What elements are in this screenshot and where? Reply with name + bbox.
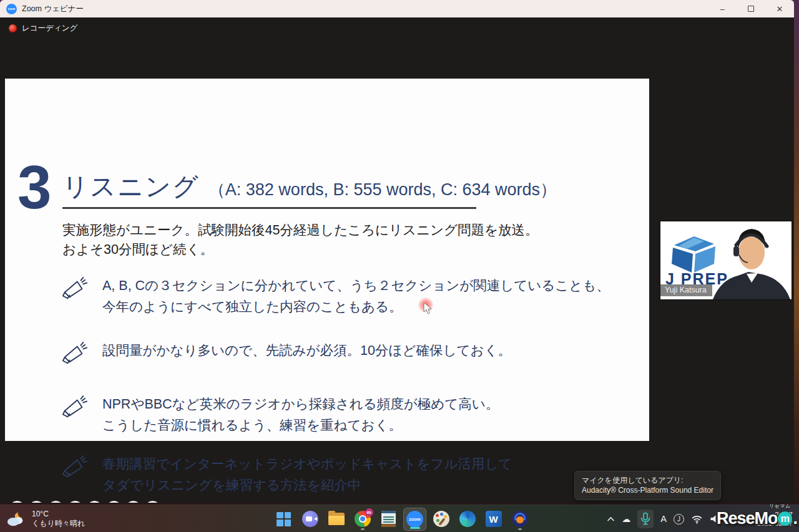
- window-titlebar[interactable]: zoom Zoom ウェビナー – ✕: [0, 0, 794, 17]
- bullet-4-line-2: タダでリスニングを練習する方法を紹介中: [102, 478, 361, 493]
- bullet-item: 設問量がかなり多いので、先読みが必須。10分ほど確保しておく。: [60, 340, 622, 370]
- megaphone-icon: [60, 340, 90, 370]
- microphone-in-use-icon[interactable]: [637, 510, 654, 528]
- bullet-1-line-2: 今年のようにすべて独立した内容のこともある。: [102, 299, 403, 314]
- taskbar-app-icons: m zoom W: [272, 505, 531, 532]
- paint-icon: [433, 511, 449, 527]
- moon-cloud-icon: [6, 511, 26, 527]
- minimize-button[interactable]: –: [708, 0, 737, 17]
- windows-icon: [277, 512, 291, 526]
- bullet-4-line-1: 春期講習でインターネットラジオやポッドキャストをフル活用して: [102, 457, 512, 472]
- intro-line-2: およそ30分間ほど続く。: [62, 240, 538, 259]
- bullet-3-line-1: NPRやBBCなど英米のラジオから採録される頻度が極めて高い。: [102, 397, 499, 412]
- onedrive-icon[interactable]: ☁: [622, 514, 630, 524]
- previous-slide-button[interactable]: ◁: [9, 501, 26, 503]
- megaphone-icon: [60, 394, 90, 436]
- tooltip-line-1: マイクを使用しているアプリ:: [582, 475, 713, 485]
- folder-icon: [328, 513, 345, 525]
- slide-sorter-button[interactable]: ❐: [67, 501, 84, 503]
- next-slide-button[interactable]: ▷: [28, 501, 45, 503]
- taskbar: 10°C くもり時々晴れ m zoom W ☁ A: [0, 505, 799, 532]
- intro-line-1: 実施形態がユニーク。試験開始後45分経過したころにリスニング問題を放送。: [62, 221, 538, 240]
- pen-tool-button[interactable]: ✎: [47, 501, 64, 503]
- recording-dot-icon: [9, 24, 17, 32]
- watermark-ruby: リセマム: [769, 503, 791, 510]
- recording-label: レコーディング: [22, 23, 77, 34]
- speaker-portrait: [702, 221, 792, 299]
- taskbar-word[interactable]: W: [482, 508, 505, 531]
- slide-title-row: リスニング （A: 382 words, B: 555 words, C: 63…: [62, 170, 557, 204]
- chat-icon: [302, 511, 318, 527]
- bullet-item: NPRやBBCなど英米のラジオから採録される頻度が極めて高い。 こうした音源に慣…: [60, 394, 622, 436]
- camera-off-button[interactable]: ⊘: [125, 501, 142, 503]
- zoom-app-icon: zoom: [406, 511, 423, 528]
- recording-indicator: レコーディング: [9, 23, 77, 34]
- taskbar-chrome[interactable]: m: [351, 508, 374, 531]
- bullet-3-line-2: こうした音源に慣れるよう、練習を重ねておく。: [102, 418, 402, 433]
- megaphone-icon: [60, 453, 90, 496]
- tooltip-line-2: Audacity® Cross-Platform Sound Editor: [582, 485, 713, 495]
- running-indicator: [361, 528, 365, 530]
- bullet-1-line-1: A, B, Cの３セクションに分かれていて、うち２セクションが関連していることも…: [102, 278, 610, 293]
- notepad-icon: [381, 511, 396, 527]
- taskbar-zoom-active[interactable]: zoom: [403, 508, 426, 531]
- tray-chevron-icon[interactable]: [607, 516, 615, 522]
- bullet-item: 春期講習でインターネットラジオやポッドキャストをフル活用して タダでリスニングを…: [60, 453, 622, 496]
- taskbar-chat[interactable]: [298, 508, 321, 531]
- running-indicator: [518, 528, 522, 530]
- speaker-name-tag: Yuji Katsura: [660, 284, 712, 296]
- edge-icon: [459, 511, 476, 527]
- taskbar-edge[interactable]: [456, 508, 479, 531]
- active-indicator: [410, 527, 420, 529]
- shared-screen-slide: 3 リスニング （A: 382 words, B: 555 words, C: …: [5, 79, 649, 441]
- window-title: Zoom ウェビナー: [22, 4, 84, 14]
- maximize-icon: [748, 6, 754, 12]
- bullet-2-line-1: 設問量がかなり多いので、先読みが必須。10分ほど確保しておく。: [102, 343, 511, 358]
- bullet-list: A, B, Cの３セクションに分かれていて、うち２セクションが関連していることも…: [60, 275, 622, 496]
- taskbar-paint[interactable]: [429, 508, 453, 531]
- presenter-toolbar: ◁ ▷ ✎ ❐ ⌕ ▤ ⊘ ⋯: [9, 501, 161, 503]
- speaker-video-thumbnail[interactable]: J PREP Yuji Katsura: [660, 221, 792, 299]
- weather-widget[interactable]: 10°C くもり時々晴れ: [6, 505, 85, 532]
- magnifier-button[interactable]: ⌕: [86, 501, 103, 503]
- slide-subtitle: （A: 382 words, B: 555 words, C: 634 word…: [208, 178, 557, 201]
- clock-app-tray-icon[interactable]: J: [674, 514, 684, 525]
- megaphone-icon: [60, 275, 90, 317]
- slide-number: 3: [17, 157, 52, 218]
- bullet-item: A, B, Cの３セクションに分かれていて、うち２セクションが関連していることも…: [60, 275, 622, 317]
- chrome-icon: m: [355, 511, 371, 527]
- slide-title: リスニング: [62, 170, 200, 204]
- start-button[interactable]: [272, 508, 295, 531]
- wifi-icon[interactable]: [691, 515, 703, 524]
- ime-mode-indicator[interactable]: A: [660, 514, 667, 524]
- taskbar-file-explorer[interactable]: [325, 508, 348, 531]
- subtitles-button[interactable]: ▤: [105, 501, 122, 503]
- zoom-logo-icon: zoom: [6, 4, 17, 14]
- mic-usage-tooltip: マイクを使用しているアプリ: Audacity® Cross-Platform …: [574, 471, 721, 500]
- close-button[interactable]: ✕: [765, 0, 794, 17]
- watermark-m-badge: m: [778, 511, 792, 526]
- word-icon: W: [486, 511, 502, 527]
- audacity-icon: [512, 511, 528, 527]
- weather-condition: くもり時々晴れ: [32, 519, 85, 528]
- maximize-button[interactable]: [737, 0, 765, 17]
- zoom-window: zoom Zoom ウェビナー – ✕ レコーディング 3 リスニング （A: …: [0, 0, 794, 503]
- chrome-profile-badge: m: [365, 508, 373, 516]
- title-underline: [62, 207, 476, 209]
- taskbar-notepad[interactable]: [377, 508, 400, 531]
- watermark-period: .: [793, 509, 797, 528]
- watermark-text: ReseMo: [717, 509, 778, 528]
- more-options-button[interactable]: ⋯: [144, 501, 161, 503]
- resemom-watermark: リセマム ReseMo m .: [717, 509, 797, 528]
- taskbar-audacity[interactable]: [508, 508, 531, 531]
- weather-temperature: 10°C: [32, 510, 85, 519]
- slide-intro-paragraph: 実施形態がユニーク。試験開始後45分経過したころにリスニング問題を放送。 およそ…: [62, 221, 538, 259]
